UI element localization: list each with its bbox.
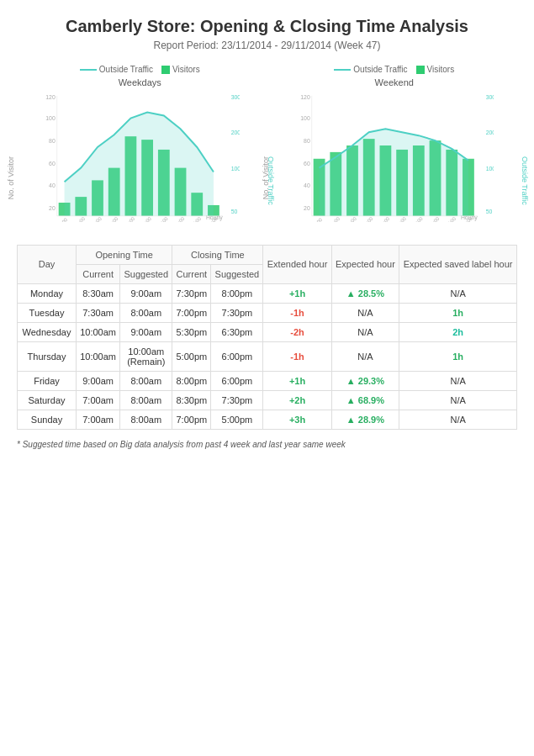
table-cell: 8:30pm [172, 390, 211, 410]
table-cell: 5:00pm [172, 341, 211, 371]
svg-text:16:00: 16:00 [173, 215, 186, 221]
weekend-visitors-label: Visitors [427, 65, 455, 74]
table-cell: Wednesday [18, 322, 77, 341]
report-period: Report Period: 23/11/2014 - 29/11/2014 (… [17, 40, 517, 51]
weekdays-title: Weekdays [17, 77, 263, 87]
svg-text:12:00: 12:00 [361, 215, 373, 221]
table-cell: 9:00am [77, 371, 120, 390]
weekdays-chart-wrapper: No. of Visitor 120 100 80 60 40 20 300 2… [17, 89, 263, 225]
weekdays-legend: Outside Traffic Visitors [17, 65, 263, 74]
table-cell: -2h [263, 322, 331, 341]
table-cell: 9:00am [120, 283, 172, 303]
svg-text:100: 100 [231, 166, 240, 172]
svg-text:200: 200 [485, 130, 494, 135]
table-cell: 7:00am [77, 390, 120, 410]
expected-hour-header: Expected hour [331, 245, 399, 283]
closing-time-header: Closing Time [172, 245, 263, 264]
close-current-sub: Current [172, 264, 211, 283]
table-cell: Sunday [18, 410, 77, 429]
svg-text:17:00: 17:00 [189, 215, 202, 221]
table-cell: 6:00pm [211, 341, 263, 371]
svg-text:9:00: 9:00 [312, 217, 323, 222]
svg-text:300: 300 [231, 94, 240, 100]
table-cell: 5:30pm [172, 322, 211, 341]
svg-text:50: 50 [485, 209, 492, 214]
visitors-legend: Visitors [161, 65, 200, 74]
table-cell: -1h [263, 303, 331, 322]
table-cell: Thursday [18, 341, 77, 371]
svg-text:200: 200 [231, 130, 240, 135]
table-cell: Friday [18, 371, 77, 390]
table-cell: N/A [399, 410, 517, 429]
table-cell: 1h [399, 303, 517, 322]
svg-text:13:00: 13:00 [124, 215, 136, 221]
svg-text:20: 20 [304, 205, 310, 211]
table-cell: 1h [399, 341, 517, 371]
svg-text:9:00: 9:00 [58, 217, 69, 222]
svg-text:100: 100 [485, 166, 494, 172]
weekend-visitors-legend: Visitors [416, 65, 455, 74]
svg-text:14:00: 14:00 [394, 215, 407, 221]
table-section: Day Opening Time Closing Time Extended h… [17, 245, 517, 449]
svg-text:15:00: 15:00 [411, 215, 424, 221]
weekdays-svg: 120 100 80 60 40 20 300 200 100 50 [40, 89, 240, 222]
svg-text:100: 100 [45, 115, 56, 121]
table-cell: 7:00am [77, 410, 120, 429]
table-cell: 7:30pm [211, 390, 263, 410]
outside-traffic-line [80, 69, 97, 71]
table-cell: 8:00am [120, 371, 172, 390]
table-cell: 10:00am(Remain) [120, 341, 172, 371]
svg-text:80: 80 [304, 138, 310, 144]
svg-text:50: 50 [231, 209, 238, 214]
weekend-svg: 120 100 80 60 40 20 300 200 100 50 [295, 89, 494, 222]
weekend-outside-traffic-label: Outside Traffic [353, 65, 407, 74]
table-cell: 8:00am [120, 390, 172, 410]
svg-text:40: 40 [304, 182, 310, 188]
svg-text:80: 80 [49, 138, 56, 144]
table-cell: N/A [331, 303, 399, 322]
svg-text:11:00: 11:00 [345, 215, 357, 221]
table-cell: 5:00pm [211, 410, 263, 429]
svg-text:20: 20 [49, 205, 56, 211]
table-cell: 6:30pm [211, 322, 263, 341]
table-cell: 8:30am [77, 283, 120, 303]
table-cell: 10:00am [77, 322, 120, 341]
table-cell: 6:00pm [211, 371, 263, 390]
weekdays-chart: Outside Traffic Visitors Weekdays No. of… [17, 65, 263, 225]
open-suggested-sub: Suggested [120, 264, 172, 283]
svg-text:15:00: 15:00 [156, 215, 169, 221]
close-suggested-sub: Suggested [211, 264, 263, 283]
table-cell: +1h [263, 371, 331, 390]
svg-text:60: 60 [49, 161, 56, 167]
footnote: * Suggested time based on Big data analy… [17, 440, 517, 449]
table-cell: Monday [18, 283, 77, 303]
svg-text:Hourly: Hourly [460, 214, 477, 221]
outside-traffic-label: Outside Traffic [99, 65, 153, 74]
table-cell: +3h [263, 410, 331, 429]
table-cell: N/A [399, 283, 517, 303]
svg-text:16:00: 16:00 [427, 215, 440, 221]
analysis-table: Day Opening Time Closing Time Extended h… [17, 245, 517, 430]
weekend-y-right-label: Outside Traffic [521, 156, 529, 205]
extended-hour-header: Extended hour [263, 245, 331, 283]
svg-text:300: 300 [485, 94, 494, 100]
open-current-sub: Current [77, 264, 120, 283]
svg-text:14:00: 14:00 [140, 215, 152, 221]
table-cell: 8:00pm [211, 283, 263, 303]
svg-text:100: 100 [300, 115, 310, 121]
table-cell: 7:30pm [211, 303, 263, 322]
visitors-label: Visitors [172, 65, 200, 74]
table-cell: N/A [331, 322, 399, 341]
svg-text:11:00: 11:00 [90, 215, 103, 221]
weekend-y-left-label: No. of Visitor [262, 156, 270, 199]
table-cell: 8:00pm [172, 371, 211, 390]
table-cell: 7:00pm [172, 410, 211, 429]
table-cell: 2h [399, 322, 517, 341]
table-cell: 9:00am [120, 322, 172, 341]
charts-row: Outside Traffic Visitors Weekdays No. of… [17, 65, 517, 225]
table-cell: ▲ 28.5% [331, 283, 399, 303]
table-cell: Tuesday [18, 303, 77, 322]
table-cell: ▲ 68.9% [331, 390, 399, 410]
opening-time-header: Opening Time [77, 245, 172, 264]
svg-text:40: 40 [49, 182, 56, 188]
